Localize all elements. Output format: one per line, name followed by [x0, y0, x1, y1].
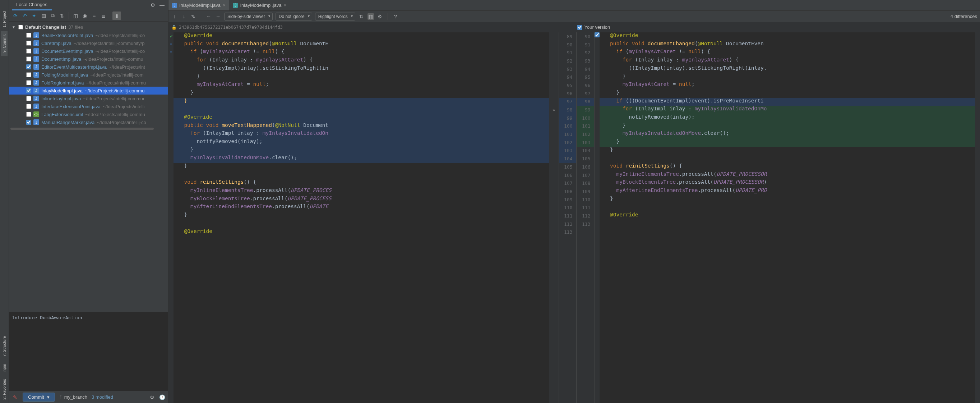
code-line[interactable]: }	[173, 147, 549, 155]
amend-icon[interactable]: ✎	[12, 394, 18, 400]
update-icon[interactable]: ✦	[30, 11, 38, 20]
editor-tab[interactable]: JInlayModelImpl.java×	[169, 0, 229, 10]
changelist-header[interactable]: ▼ Default Changelist 37 files	[9, 23, 168, 31]
rail-structure[interactable]: 7: Structure	[1, 333, 8, 360]
tree-arrow-icon[interactable]: ▼	[12, 25, 16, 29]
code-line[interactable]: @Override	[600, 212, 975, 220]
shelve-icon[interactable]: ⧉	[48, 11, 57, 20]
prev-diff-icon[interactable]: ↑	[171, 13, 178, 20]
code-line[interactable]: }	[600, 147, 975, 155]
expand-icon[interactable]: ≡	[90, 11, 99, 20]
file-checkbox[interactable]	[26, 64, 31, 69]
left-code-pane[interactable]: @Override public void documentChanged(@N…	[173, 32, 549, 403]
code-line[interactable]	[173, 220, 549, 228]
code-line[interactable]: }	[600, 196, 975, 204]
file-row[interactable]: JFoldRegionImpl.java~/IdeaProjects/intel…	[9, 79, 168, 87]
help-icon[interactable]: ?	[392, 13, 399, 20]
file-row[interactable]: JEditorEventMulticasterImpl.java~/IdeaPr…	[9, 63, 168, 71]
file-checkbox[interactable]	[26, 88, 31, 93]
code-line[interactable]: }	[600, 122, 975, 131]
code-line[interactable]: myInlaysAtCaret = null;	[173, 81, 549, 89]
code-line[interactable]: if (((DocumentEventImpl)event).isPreMove…	[600, 98, 975, 106]
hide-icon[interactable]: —	[159, 2, 165, 8]
file-row[interactable]: JCaretImpl.java~/IdeaProjects/intellij-c…	[9, 39, 168, 47]
right-code-pane[interactable]: @Override public void documentChanged(@N…	[600, 32, 975, 403]
file-row[interactable]: JDocumentEventImpl.java~/IdeaProjects/in…	[9, 47, 168, 55]
code-line[interactable]: void reinitSettings() {	[173, 179, 549, 187]
expand-diff-icon[interactable]: »	[549, 106, 558, 114]
code-line[interactable]: if (myInlaysAtCaret != null) {	[600, 49, 975, 57]
code-line[interactable]: myInlaysInvalidatedOnMove.clear();	[600, 130, 975, 139]
code-line[interactable]: public void documentChanged(@NotNull Doc…	[173, 41, 549, 49]
forward-icon[interactable]: →	[215, 13, 221, 20]
code-line[interactable]: }	[600, 73, 975, 81]
rail-project[interactable]: 1: Project	[1, 7, 8, 31]
preview-icon[interactable]: ◉	[81, 11, 89, 20]
code-line[interactable]: for (Inlay inlay : myInlaysAtCaret) {	[600, 57, 975, 65]
file-checkbox[interactable]	[26, 72, 31, 77]
code-line[interactable]: @Override	[600, 32, 975, 41]
include-version-checkbox[interactable]	[577, 25, 582, 30]
code-line[interactable]	[600, 220, 975, 228]
code-line[interactable]: @Override	[173, 32, 549, 41]
code-line[interactable]: myAfterLineEndElementsTree.processAll(UP…	[600, 187, 975, 196]
modified-count[interactable]: 3 modified	[92, 394, 113, 400]
panel-title[interactable]: Local Changes	[12, 0, 52, 10]
code-line[interactable]: ((InlayImpl)inlay).setStickingToRight(in…	[600, 65, 975, 73]
code-line[interactable]: }	[173, 89, 549, 98]
history-icon[interactable]: 🕐	[159, 394, 165, 400]
code-line[interactable]: @Override	[173, 114, 549, 122]
commit-settings-icon[interactable]: ⚙	[149, 394, 155, 400]
file-checkbox[interactable]	[26, 112, 31, 117]
code-line[interactable]: myBlockElementsTree.processAll(UPDATE_PR…	[600, 179, 975, 187]
file-checkbox[interactable]	[26, 120, 31, 125]
file-row[interactable]: JInterfaceExtensionPoint.java~/IdeaProje…	[9, 102, 168, 110]
sync-scroll-icon[interactable]: ▥	[368, 13, 374, 20]
code-line[interactable]	[600, 155, 975, 163]
code-line[interactable]: myInlaysAtCaret = null;	[600, 81, 975, 89]
code-line[interactable]: for (InlayImpl inlay : myInlaysInvalidat…	[600, 106, 975, 114]
code-line[interactable]: myBlockElementsTree.processAll(UPDATE_PR…	[173, 196, 549, 204]
code-line[interactable]: }	[173, 73, 549, 81]
rail-commit[interactable]: 9: Commit	[1, 31, 8, 56]
file-row[interactable]: JInlineInlayImpl.java~/IdeaProjects/inte…	[9, 94, 168, 102]
refresh-icon[interactable]: ⟳	[11, 11, 20, 20]
code-line[interactable]: myInlineElementsTree.processAll(UPDATE_P…	[600, 171, 975, 179]
layout-icon[interactable]: ▮	[113, 11, 121, 20]
code-line[interactable]: myInlaysInvalidatedOnMove.clear();	[173, 155, 549, 163]
commit-button[interactable]: Commit ▾	[22, 393, 55, 401]
collapse-icon[interactable]: ≣	[99, 11, 108, 20]
file-row[interactable]: JDocumentImpl.java~/IdeaProjects/intelli…	[9, 55, 168, 63]
diff-settings-icon[interactable]: ⚙	[377, 13, 383, 20]
code-line[interactable]: myAfterLineEndElementsTree.processAll(UP…	[173, 204, 549, 212]
rollback-icon[interactable]: ↶	[21, 11, 29, 20]
edit-icon[interactable]: ✎	[190, 13, 197, 20]
file-row[interactable]: <>LangExtensions.xml~/IdeaProjects/intel…	[9, 110, 168, 118]
code-line[interactable]: void reinitSettings() {	[600, 163, 975, 171]
code-line[interactable]: if (myInlaysAtCaret != null) {	[173, 49, 549, 57]
code-line[interactable]: }	[173, 98, 549, 106]
include-chunk-checkbox[interactable]	[595, 32, 600, 37]
close-icon[interactable]: ×	[283, 3, 286, 8]
code-line[interactable]: }	[173, 163, 549, 171]
file-checkbox[interactable]	[26, 33, 31, 38]
code-line[interactable]	[600, 204, 975, 212]
file-row[interactable]: JManualRangeMarker.java~/IdeaProjects/in…	[9, 118, 168, 126]
code-line[interactable]: }	[173, 212, 549, 220]
gear-icon[interactable]: ⚙	[150, 2, 156, 8]
code-line[interactable]: }	[600, 89, 975, 98]
code-line[interactable]: public void documentChanged(@NotNull Doc…	[600, 41, 975, 49]
code-line[interactable]: myInlineElementsTree.processAll(UPDATE_P…	[173, 187, 549, 196]
code-line[interactable]: for (Inlay inlay : myInlaysAtCaret) {	[173, 57, 549, 65]
rail-favorites[interactable]: 2: Favorites	[1, 375, 8, 403]
file-row[interactable]: JInlayModelImpl.java~/IdeaProjects/intel…	[9, 87, 168, 94]
file-row[interactable]: JFoldingModelImpl.java~/IdeaProjects/int…	[9, 71, 168, 79]
code-line[interactable]: notifyRemoved(inlay);	[600, 114, 975, 122]
file-checkbox[interactable]	[26, 49, 31, 54]
code-line[interactable]: for (InlayImpl inlay : myInlaysInvalidat…	[173, 130, 549, 139]
code-line[interactable]: }	[600, 139, 975, 147]
code-line[interactable]: public void moveTextHappened(@NotNull Do…	[173, 122, 549, 131]
file-checkbox[interactable]	[26, 41, 31, 46]
file-checkbox[interactable]	[26, 96, 31, 101]
horizontal-scrollbar[interactable]	[10, 127, 154, 130]
